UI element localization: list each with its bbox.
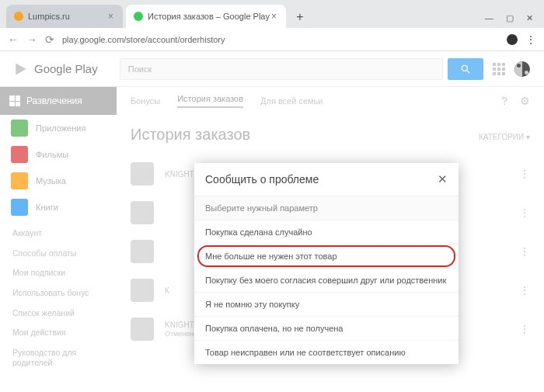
google-play-logo[interactable]: Google Play	[14, 62, 98, 76]
app-thumbnail[interactable]	[131, 162, 154, 186]
tab-family[interactable]: Для всей семьи	[260, 96, 323, 106]
row-menu-icon[interactable]: ⋮	[519, 284, 530, 297]
browser-tab-strip: Lumpics.ru × История заказов – Google Pl…	[0, 0, 544, 28]
window-close[interactable]: ✕	[526, 13, 533, 23]
play-wordmark: Google Play	[34, 62, 98, 75]
category-icon	[11, 172, 28, 189]
svg-point-1	[462, 65, 467, 71]
dialog-title: Сообщить о проблеме	[205, 173, 319, 186]
category-icon	[11, 146, 28, 163]
nav-tabs: Бонусы История заказов Для всей семьи ? …	[131, 87, 530, 115]
sidebar-label: Фильмы	[36, 150, 68, 159]
extension-icon[interactable]	[507, 34, 518, 45]
sidebar-header[interactable]: Развлечения	[0, 87, 117, 115]
sidebar-label: Книги	[36, 203, 58, 212]
report-problem-dialog: Сообщить о проблеме ✕ Выберите нужный па…	[194, 163, 459, 364]
sidebar-subitem[interactable]: Мои действия	[0, 323, 117, 343]
search-input[interactable]: Поиск	[120, 58, 443, 80]
settings-icon[interactable]: ⚙	[520, 95, 530, 107]
dialog-prompt: Выберите нужный параметр	[194, 196, 459, 220]
app-thumbnail[interactable]	[131, 279, 154, 302]
tab-title: История заказов – Google Play	[148, 12, 270, 21]
app-thumbnail[interactable]	[131, 317, 154, 341]
search-button[interactable]	[448, 58, 483, 80]
dialog-close-icon[interactable]: ✕	[438, 172, 448, 186]
sidebar-item[interactable]: Фильмы	[0, 141, 117, 168]
help-icon[interactable]: ?	[501, 95, 507, 107]
sidebar-item[interactable]: Музыка	[0, 168, 117, 194]
dialog-option[interactable]: Мне больше не нужен этот товар	[194, 245, 459, 269]
app-thumbnail[interactable]	[131, 201, 154, 224]
favicon	[14, 12, 23, 21]
sidebar-subitem[interactable]: Список желаний	[0, 304, 117, 324]
sidebar: Развлечения ПриложенияФильмыМузыкаКниги …	[0, 87, 117, 373]
nav-reload-icon[interactable]: ⟳	[45, 33, 54, 46]
dialog-option[interactable]: Товар неисправен или не соответствует оп…	[194, 341, 459, 364]
tab-close-icon[interactable]: ×	[270, 11, 278, 22]
dialog-option[interactable]: Покупку без моего согласия совершил друг…	[194, 269, 459, 293]
nav-back-icon[interactable]: ←	[8, 33, 19, 46]
sidebar-label: Приложения	[36, 123, 85, 133]
favicon	[134, 12, 143, 21]
app-thumbnail[interactable]	[131, 240, 154, 263]
sidebar-subitem[interactable]: Аккаунт	[0, 224, 117, 244]
tab-close-icon[interactable]: ×	[106, 11, 115, 22]
category-icon	[11, 120, 28, 137]
play-triangle-icon	[14, 62, 28, 76]
row-menu-icon[interactable]: ⋮	[519, 168, 530, 180]
yin-yang-icon[interactable]	[514, 61, 530, 77]
row-menu-icon[interactable]: ⋮	[519, 245, 530, 258]
sidebar-item[interactable]: Приложения	[0, 115, 117, 141]
categories-dropdown[interactable]: КАТЕГОРИИ ▾	[479, 133, 530, 141]
svg-line-2	[467, 70, 470, 73]
sidebar-subitem[interactable]: Руководство для родителей	[0, 343, 117, 373]
browser-tab-0[interactable]: Lumpics.ru ×	[6, 5, 123, 28]
apps-grid-icon[interactable]	[493, 63, 505, 75]
search-icon	[460, 64, 471, 75]
sidebar-subitem[interactable]: Способы оплаты	[0, 244, 117, 264]
grid-icon	[9, 95, 20, 106]
svg-marker-0	[16, 63, 26, 75]
window-minimize[interactable]: —	[485, 13, 493, 23]
new-tab-button[interactable]: +	[291, 8, 309, 26]
sidebar-label: Музыка	[36, 176, 66, 186]
url-text[interactable]: play.google.com/store/account/orderhisto…	[62, 35, 499, 44]
sidebar-item[interactable]: Книги	[0, 194, 117, 220]
tab-order-history[interactable]: История заказов	[177, 94, 243, 108]
row-menu-icon[interactable]: ⋮	[519, 206, 530, 219]
dialog-option[interactable]: Покупка оплачена, но не получена	[194, 317, 459, 341]
category-icon	[11, 199, 28, 216]
sidebar-subitem[interactable]: Использовать бонус	[0, 283, 117, 304]
tab-title: Lumpics.ru	[28, 12, 70, 21]
row-menu-icon[interactable]: ⋮	[519, 323, 530, 335]
browser-tab-1[interactable]: История заказов – Google Play ×	[126, 5, 286, 28]
address-bar: ← → ⟳ play.google.com/store/account/orde…	[0, 28, 544, 51]
nav-forward-icon[interactable]: →	[26, 33, 37, 46]
play-header: Google Play Поиск	[0, 51, 544, 87]
page-title: История заказов	[131, 126, 530, 144]
sidebar-subitem[interactable]: Мои подписки	[0, 263, 117, 283]
dialog-option[interactable]: Покупка сделана случайно	[194, 220, 459, 245]
window-maximize[interactable]: ▢	[506, 13, 514, 23]
dialog-option[interactable]: Я не помню эту покупку	[194, 293, 459, 317]
tab-bonuses[interactable]: Бонусы	[131, 96, 160, 106]
browser-menu-icon[interactable]: ⋮	[525, 33, 536, 46]
